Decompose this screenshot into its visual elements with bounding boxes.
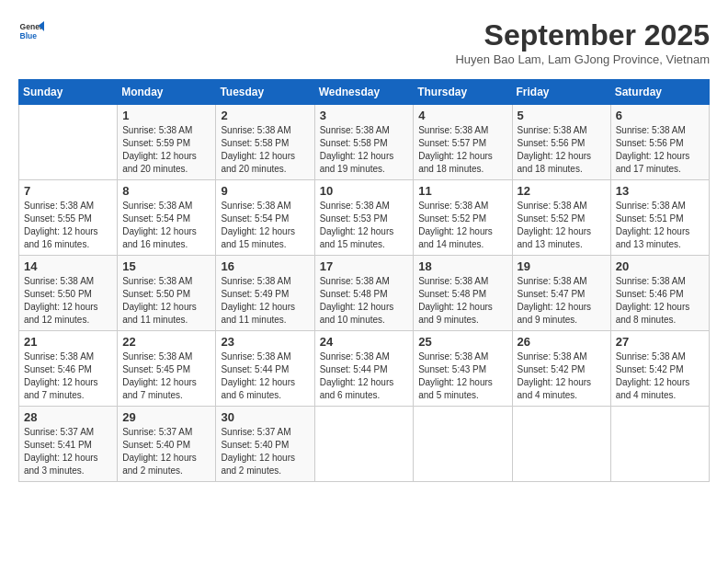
day-number: 25 xyxy=(418,335,506,349)
day-number: 4 xyxy=(418,109,506,122)
col-header-monday: Monday xyxy=(118,80,216,105)
calendar-cell: 14Sunrise: 5:38 AM Sunset: 5:50 PM Dayli… xyxy=(19,256,118,331)
day-info: Sunrise: 5:38 AM Sunset: 5:57 PM Dayligh… xyxy=(418,124,506,176)
day-info: Sunrise: 5:37 AM Sunset: 5:41 PM Dayligh… xyxy=(24,426,112,477)
calendar-cell xyxy=(414,407,512,482)
day-info: Sunrise: 5:37 AM Sunset: 5:40 PM Dayligh… xyxy=(122,426,210,477)
logo: General Blue xyxy=(18,18,44,44)
day-number: 5 xyxy=(518,109,606,122)
day-info: Sunrise: 5:38 AM Sunset: 5:54 PM Dayligh… xyxy=(221,200,309,251)
calendar-cell: 23Sunrise: 5:38 AM Sunset: 5:44 PM Dayli… xyxy=(216,331,314,407)
calendar-cell: 15Sunrise: 5:38 AM Sunset: 5:50 PM Dayli… xyxy=(118,256,216,331)
calendar-cell xyxy=(19,105,118,180)
calendar-cell xyxy=(512,407,610,482)
day-number: 28 xyxy=(24,410,112,424)
calendar-cell: 22Sunrise: 5:38 AM Sunset: 5:45 PM Dayli… xyxy=(118,331,216,407)
day-info: Sunrise: 5:38 AM Sunset: 5:56 PM Dayligh… xyxy=(616,124,704,176)
day-info: Sunrise: 5:38 AM Sunset: 5:44 PM Dayligh… xyxy=(320,350,409,402)
calendar-cell: 12Sunrise: 5:38 AM Sunset: 5:52 PM Dayli… xyxy=(512,180,610,256)
day-number: 3 xyxy=(320,109,409,122)
day-info: Sunrise: 5:38 AM Sunset: 5:58 PM Dayligh… xyxy=(320,124,409,176)
header-row: SundayMondayTuesdayWednesdayThursdayFrid… xyxy=(19,80,710,105)
col-header-thursday: Thursday xyxy=(414,80,512,105)
day-number: 15 xyxy=(122,259,210,273)
calendar-cell: 24Sunrise: 5:38 AM Sunset: 5:44 PM Dayli… xyxy=(314,331,414,407)
day-info: Sunrise: 5:38 AM Sunset: 5:55 PM Dayligh… xyxy=(24,200,112,251)
day-number: 7 xyxy=(24,184,112,198)
week-row-2: 7Sunrise: 5:38 AM Sunset: 5:55 PM Daylig… xyxy=(19,180,710,256)
calendar-cell: 26Sunrise: 5:38 AM Sunset: 5:42 PM Dayli… xyxy=(512,331,610,407)
day-number: 26 xyxy=(518,335,606,349)
week-row-1: 1Sunrise: 5:38 AM Sunset: 5:59 PM Daylig… xyxy=(19,105,710,180)
day-info: Sunrise: 5:38 AM Sunset: 5:43 PM Dayligh… xyxy=(418,350,506,402)
calendar-cell: 8Sunrise: 5:38 AM Sunset: 5:54 PM Daylig… xyxy=(118,180,216,256)
logo-icon: General Blue xyxy=(18,18,44,44)
day-number: 13 xyxy=(616,184,704,198)
day-info: Sunrise: 5:38 AM Sunset: 5:54 PM Dayligh… xyxy=(122,200,210,251)
day-info: Sunrise: 5:38 AM Sunset: 5:45 PM Dayligh… xyxy=(122,350,210,402)
calendar-cell xyxy=(314,407,414,482)
day-number: 30 xyxy=(221,410,309,424)
day-info: Sunrise: 5:38 AM Sunset: 5:53 PM Dayligh… xyxy=(320,200,409,251)
day-number: 2 xyxy=(221,109,309,122)
col-header-friday: Friday xyxy=(512,80,610,105)
day-number: 8 xyxy=(122,184,210,198)
day-number: 21 xyxy=(24,335,112,349)
col-header-sunday: Sunday xyxy=(19,80,118,105)
day-info: Sunrise: 5:38 AM Sunset: 5:46 PM Dayligh… xyxy=(616,275,704,327)
calendar-cell: 13Sunrise: 5:38 AM Sunset: 5:51 PM Dayli… xyxy=(610,180,709,256)
day-info: Sunrise: 5:38 AM Sunset: 5:59 PM Dayligh… xyxy=(122,124,210,176)
page-header: General Blue September 2025 Huyen Bao La… xyxy=(18,18,710,75)
calendar-cell: 18Sunrise: 5:38 AM Sunset: 5:48 PM Dayli… xyxy=(414,256,512,331)
col-header-wednesday: Wednesday xyxy=(314,80,414,105)
calendar-cell: 29Sunrise: 5:37 AM Sunset: 5:40 PM Dayli… xyxy=(118,407,216,482)
calendar-cell: 30Sunrise: 5:37 AM Sunset: 5:40 PM Dayli… xyxy=(216,407,314,482)
week-row-3: 14Sunrise: 5:38 AM Sunset: 5:50 PM Dayli… xyxy=(19,256,710,331)
calendar-cell xyxy=(610,407,709,482)
day-number: 29 xyxy=(122,410,210,424)
day-info: Sunrise: 5:37 AM Sunset: 5:40 PM Dayligh… xyxy=(221,426,309,477)
day-number: 17 xyxy=(320,259,409,273)
day-number: 23 xyxy=(221,335,309,349)
month-title: September 2025 xyxy=(455,18,710,52)
day-number: 9 xyxy=(221,184,309,198)
svg-text:Blue: Blue xyxy=(20,31,38,40)
day-number: 22 xyxy=(122,335,210,349)
day-info: Sunrise: 5:38 AM Sunset: 5:42 PM Dayligh… xyxy=(518,350,606,402)
day-number: 1 xyxy=(122,109,210,122)
calendar-table: SundayMondayTuesdayWednesdayThursdayFrid… xyxy=(18,79,710,482)
day-info: Sunrise: 5:38 AM Sunset: 5:52 PM Dayligh… xyxy=(418,200,506,251)
calendar-cell: 6Sunrise: 5:38 AM Sunset: 5:56 PM Daylig… xyxy=(610,105,709,180)
day-info: Sunrise: 5:38 AM Sunset: 5:47 PM Dayligh… xyxy=(518,275,606,327)
day-number: 27 xyxy=(616,335,704,349)
day-number: 24 xyxy=(320,335,409,349)
day-number: 12 xyxy=(518,184,606,198)
calendar-cell: 28Sunrise: 5:37 AM Sunset: 5:41 PM Dayli… xyxy=(19,407,118,482)
calendar-cell: 21Sunrise: 5:38 AM Sunset: 5:46 PM Dayli… xyxy=(19,331,118,407)
calendar-cell: 5Sunrise: 5:38 AM Sunset: 5:56 PM Daylig… xyxy=(512,105,610,180)
day-info: Sunrise: 5:38 AM Sunset: 5:48 PM Dayligh… xyxy=(320,275,409,327)
day-number: 6 xyxy=(616,109,704,122)
week-row-5: 28Sunrise: 5:37 AM Sunset: 5:41 PM Dayli… xyxy=(19,407,710,482)
day-info: Sunrise: 5:38 AM Sunset: 5:44 PM Dayligh… xyxy=(221,350,309,402)
calendar-cell: 2Sunrise: 5:38 AM Sunset: 5:58 PM Daylig… xyxy=(216,105,314,180)
col-header-tuesday: Tuesday xyxy=(216,80,314,105)
day-number: 16 xyxy=(221,259,309,273)
day-info: Sunrise: 5:38 AM Sunset: 5:58 PM Dayligh… xyxy=(221,124,309,176)
calendar-cell: 20Sunrise: 5:38 AM Sunset: 5:46 PM Dayli… xyxy=(610,256,709,331)
calendar-cell: 3Sunrise: 5:38 AM Sunset: 5:58 PM Daylig… xyxy=(314,105,414,180)
calendar-cell: 4Sunrise: 5:38 AM Sunset: 5:57 PM Daylig… xyxy=(414,105,512,180)
day-number: 18 xyxy=(418,259,506,273)
day-info: Sunrise: 5:38 AM Sunset: 5:49 PM Dayligh… xyxy=(221,275,309,327)
day-info: Sunrise: 5:38 AM Sunset: 5:56 PM Dayligh… xyxy=(518,124,606,176)
day-info: Sunrise: 5:38 AM Sunset: 5:51 PM Dayligh… xyxy=(616,200,704,251)
calendar-cell: 25Sunrise: 5:38 AM Sunset: 5:43 PM Dayli… xyxy=(414,331,512,407)
week-row-4: 21Sunrise: 5:38 AM Sunset: 5:46 PM Dayli… xyxy=(19,331,710,407)
calendar-cell: 7Sunrise: 5:38 AM Sunset: 5:55 PM Daylig… xyxy=(19,180,118,256)
day-number: 14 xyxy=(24,259,112,273)
day-info: Sunrise: 5:38 AM Sunset: 5:52 PM Dayligh… xyxy=(518,200,606,251)
subtitle: Huyen Bao Lam, Lam GJong Province, Vietn… xyxy=(455,52,710,66)
day-info: Sunrise: 5:38 AM Sunset: 5:48 PM Dayligh… xyxy=(418,275,506,327)
calendar-cell: 1Sunrise: 5:38 AM Sunset: 5:59 PM Daylig… xyxy=(118,105,216,180)
day-info: Sunrise: 5:38 AM Sunset: 5:42 PM Dayligh… xyxy=(616,350,704,402)
